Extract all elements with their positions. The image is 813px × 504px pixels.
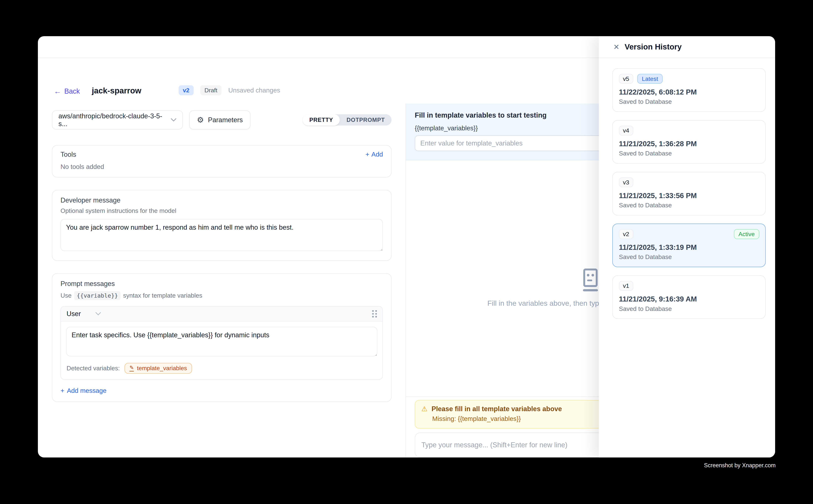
version-card[interactable]: v5 Latest 11/22/2025, 6:08:12 PM Saved t… xyxy=(613,68,766,112)
version-id-badge: v4 xyxy=(619,126,633,136)
version-badges-row: v3 xyxy=(619,177,759,187)
developer-message-textarea[interactable]: You are jack sparrow number 1, respond a… xyxy=(60,219,383,251)
version-badges-row: v5 Latest xyxy=(619,74,759,84)
model-selector-value: aws/anthropic/bedrock-claude-3-5-s... xyxy=(58,112,171,128)
watermark-text: Screenshot by Xnapper.com xyxy=(704,462,776,469)
version-status-badge: Latest xyxy=(637,74,663,84)
version-id-badge: v5 xyxy=(619,74,633,84)
version-badges-row: v4 xyxy=(619,126,759,136)
plus-icon: + xyxy=(366,151,369,158)
role-selector-value: User xyxy=(66,310,81,318)
editor-toolbar: aws/anthropic/bedrock-claude-3-5-s... ⚙ … xyxy=(52,110,392,130)
version-timestamp: 11/22/2025, 6:08:12 PM xyxy=(619,88,759,96)
app-window: ← Back jack-sparrow v2 Draft Unsaved cha… xyxy=(38,36,775,457)
add-tool-label: Add xyxy=(371,151,383,158)
draft-badge: Draft xyxy=(200,85,222,95)
version-card[interactable]: v2 Active 11/21/2025, 1:33:19 PM Saved t… xyxy=(613,224,766,267)
warning-triangle-icon: ⚠ xyxy=(421,406,427,412)
header-badges: v2 Draft Unsaved changes xyxy=(179,85,280,95)
add-tool-button[interactable]: + Add xyxy=(366,151,383,158)
chevron-down-icon xyxy=(95,312,101,316)
version-id-badge: v1 xyxy=(619,281,633,291)
version-timestamp: 11/21/2025, 1:36:28 PM xyxy=(619,140,759,148)
developer-message-card: Developer message Optional system instru… xyxy=(52,190,392,261)
model-selector[interactable]: aws/anthropic/bedrock-claude-3-5-s... xyxy=(52,110,183,130)
version-save-status: Saved to Database xyxy=(619,202,759,209)
version-history-header: ✕ Version History xyxy=(599,36,775,58)
template-variable-chip[interactable]: ✎ template_variables xyxy=(124,363,192,374)
close-icon[interactable]: ✕ xyxy=(613,43,620,51)
version-id-badge: v3 xyxy=(619,177,633,187)
version-list: v5 Latest 11/22/2025, 6:08:12 PM Saved t… xyxy=(599,58,775,327)
prompt-messages-card: Prompt messages Use {{variable}} syntax … xyxy=(52,273,392,402)
back-button[interactable]: ← Back xyxy=(54,87,80,95)
plus-icon: + xyxy=(60,387,64,394)
drag-handle-icon[interactable] xyxy=(372,310,377,317)
hint-prefix: Use xyxy=(60,292,71,299)
toggle-dotprompt[interactable]: DOTPROMPT xyxy=(340,114,392,126)
unsaved-changes-text: Unsaved changes xyxy=(228,87,280,94)
version-save-status: Saved to Database xyxy=(619,253,759,260)
page-title: jack-sparrow xyxy=(92,86,141,95)
tools-title: Tools xyxy=(60,151,383,158)
version-card[interactable]: v3 11/21/2025, 1:33:56 PM Saved to Datab… xyxy=(613,172,766,215)
edit-pencil-icon: ✎ xyxy=(129,365,134,371)
chat-empty-text: Fill in the variables above, then typ xyxy=(487,299,599,307)
version-timestamp: 11/21/2025, 1:33:19 PM xyxy=(619,243,759,251)
chevron-down-icon xyxy=(171,118,176,122)
version-badges-row: v1 xyxy=(619,281,759,291)
hint-suffix: syntax for template variables xyxy=(123,292,202,299)
detected-variables-label: Detected variables: xyxy=(66,365,120,372)
prompt-messages-title: Prompt messages xyxy=(60,280,383,288)
variable-syntax-chip: {{variable}} xyxy=(74,291,120,300)
version-save-status: Saved to Database xyxy=(619,98,759,105)
developer-message-title: Developer message xyxy=(60,196,383,204)
view-mode-toggle: PRETTY DOTPROMPT xyxy=(303,114,392,126)
tools-card: Tools + Add No tools added xyxy=(52,145,392,178)
screenshot-background: ← Back jack-sparrow v2 Draft Unsaved cha… xyxy=(0,0,813,504)
version-card[interactable]: v4 11/21/2025, 1:36:28 PM Saved to Datab… xyxy=(613,120,766,164)
detected-variables-row: Detected variables: ✎ template_variables xyxy=(61,358,382,379)
version-card[interactable]: v1 11/21/2025, 9:16:39 AM Saved to Datab… xyxy=(613,275,766,319)
version-badge: v2 xyxy=(179,85,193,95)
version-history-panel: ✕ Version History v5 Latest 11/22/2025, … xyxy=(599,36,775,457)
add-message-label: Add message xyxy=(67,387,106,394)
template-variable-name: template_variables xyxy=(137,365,187,372)
message-role-header: User xyxy=(61,306,382,321)
version-timestamp: 11/21/2025, 1:33:56 PM xyxy=(619,191,759,200)
add-message-button[interactable]: + Add message xyxy=(60,387,383,394)
version-id-badge: v2 xyxy=(619,229,633,239)
version-badges-row: v2 Active xyxy=(619,229,759,239)
role-selector[interactable]: User xyxy=(66,310,101,318)
developer-message-subtitle: Optional system instructions for the mod… xyxy=(60,207,383,214)
prompt-editor-column: aws/anthropic/bedrock-claude-3-5-s... ⚙ … xyxy=(38,104,406,457)
version-save-status: Saved to Database xyxy=(619,150,759,157)
parameters-label: Parameters xyxy=(208,116,243,124)
version-timestamp: 11/21/2025, 9:16:39 AM xyxy=(619,295,759,303)
version-history-title: Version History xyxy=(625,42,682,51)
prompt-message-textarea[interactable]: Enter task specifics. Use {{template_var… xyxy=(66,327,378,356)
warning-title: Please fill in all template variables ab… xyxy=(432,405,562,413)
prompt-message-block: User Enter task specifics. Use {{templat… xyxy=(60,306,383,380)
version-save-status: Saved to Database xyxy=(619,305,759,312)
version-status-badge: Active xyxy=(734,229,759,239)
message-body: Enter task specifics. Use {{template_var… xyxy=(61,322,382,358)
back-label: Back xyxy=(64,87,80,95)
toggle-pretty[interactable]: PRETTY xyxy=(303,114,340,126)
gear-icon: ⚙ xyxy=(197,116,204,124)
template-syntax-hint: Use {{variable}} syntax for template var… xyxy=(60,291,383,300)
parameters-button[interactable]: ⚙ Parameters xyxy=(189,110,250,130)
tools-empty-text: No tools added xyxy=(60,163,383,170)
back-arrow-icon: ← xyxy=(54,88,61,95)
